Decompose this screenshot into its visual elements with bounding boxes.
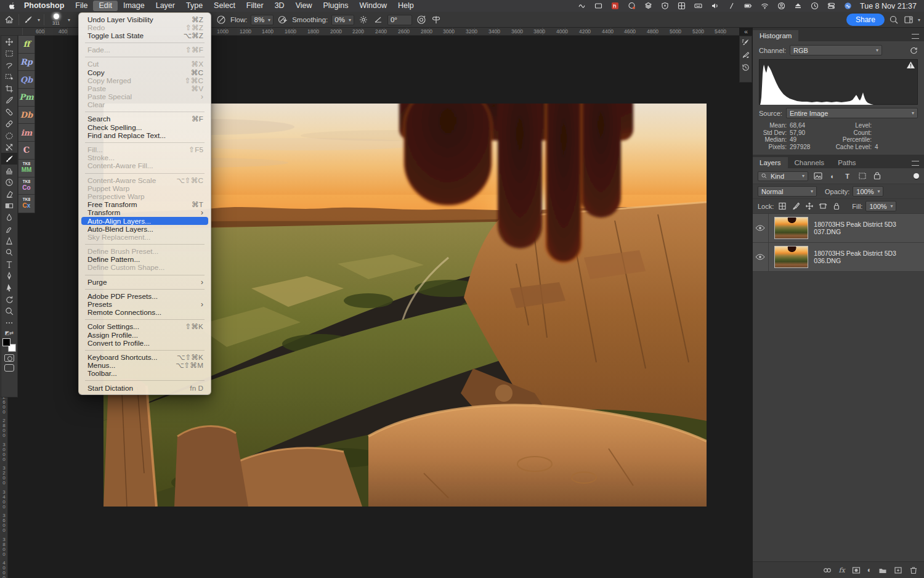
menu-item-transform[interactable]: Transform› <box>79 209 211 217</box>
new-group-icon[interactable] <box>878 566 887 574</box>
creative-cloud-sync-icon[interactable] <box>627 2 636 10</box>
menubar-item-edit[interactable]: Edit <box>93 1 118 11</box>
layer-visibility-eye-icon[interactable] <box>753 243 769 271</box>
lock-all-icon[interactable] <box>831 201 841 211</box>
dropbox-icon[interactable] <box>644 2 652 10</box>
edit-toolbar[interactable] <box>1 317 17 328</box>
automation-menu-icon[interactable] <box>577 2 586 10</box>
menu-item-assign-profile[interactable]: Assign Profile... <box>79 331 211 339</box>
eraser-tool[interactable] <box>1 188 17 200</box>
workspace-chevron-icon[interactable]: ▾ <box>918 17 920 23</box>
menubar-item-view[interactable]: View <box>290 1 318 11</box>
menu-item-undo-layer-visibility[interactable]: Undo Layer Visibility⌘Z <box>79 15 211 23</box>
smoothing-options-gear-icon[interactable] <box>358 14 369 25</box>
flow-field[interactable]: 8% ▾ <box>251 15 274 25</box>
layer-style-fx-icon[interactable]: fx <box>838 566 845 574</box>
photoshop-beta-menu-icon[interactable] <box>610 2 619 10</box>
clone-stamp-tool[interactable] <box>1 165 17 176</box>
shape-layer-filter-icon[interactable] <box>857 171 867 181</box>
action-tk8-co[interactable]: TK8Co <box>18 177 34 195</box>
move-tool[interactable] <box>1 36 17 47</box>
swap-colors-icon[interactable]: ◩⇄ <box>5 331 14 336</box>
menu-item-define-pattern[interactable]: Define Pattern... <box>79 256 211 264</box>
brush-settings-panel-icon[interactable] <box>742 38 750 47</box>
channel-select[interactable]: RGB ▾ <box>790 45 882 55</box>
menu-item-stroke[interactable]: Stroke... <box>79 154 211 162</box>
action-qb[interactable]: Qb <box>18 71 34 89</box>
screen-mode-icon[interactable] <box>4 364 14 372</box>
dodge-tool[interactable] <box>1 246 17 258</box>
smart-object-filter-icon[interactable] <box>872 171 882 181</box>
lock-artboard-icon[interactable] <box>817 201 828 211</box>
menubar-item-file[interactable]: File <box>70 1 93 11</box>
delete-layer-icon[interactable] <box>909 566 918 574</box>
menu-item-redo[interactable]: Redo⇧⌘Z <box>79 23 211 31</box>
layer-filter-toggle[interactable] <box>914 173 919 179</box>
menu-item-copy-merged[interactable]: Copy Merged⇧⌘C <box>79 76 211 84</box>
user-account-icon[interactable] <box>777 2 785 10</box>
lock-pixels-icon[interactable] <box>790 201 801 211</box>
layer-thumbnail[interactable] <box>774 217 809 239</box>
rectangular-marquee-tool[interactable] <box>1 47 17 59</box>
action-tk8-cx[interactable]: TK8Cx <box>18 195 34 213</box>
menu-item-remote-connections[interactable]: Remote Connections... <box>79 309 211 317</box>
menu-item-fade[interactable]: Fade...⇧⌘F <box>79 46 211 54</box>
layer-visibility-eye-icon[interactable] <box>753 214 769 242</box>
blur-tool[interactable] <box>1 211 17 223</box>
share-button[interactable]: Share <box>846 14 885 26</box>
search-icon[interactable] <box>888 14 899 25</box>
menu-item-start-dictation[interactable]: Start Dictationfn D <box>79 384 211 392</box>
path-selection-tool[interactable] <box>1 282 17 293</box>
tool-preset-chevron-icon[interactable]: ▾ <box>38 17 40 23</box>
brush-tool[interactable] <box>1 153 17 165</box>
menu-item-define-brush-preset[interactable]: Define Brush Preset... <box>79 248 211 256</box>
menu-item-content-aware-scale[interactable]: Content-Aware Scale⌥⇧⌘C <box>79 176 211 184</box>
menubar-item-help[interactable]: Help <box>392 1 419 11</box>
menubar-item-select[interactable]: Select <box>208 1 241 11</box>
menu-item-content-aware-fill[interactable]: Content-Aware Fill... <box>79 162 211 170</box>
menu-item-free-transform[interactable]: Free Transform⌘T <box>79 201 211 209</box>
histogram-panel-menu-icon[interactable] <box>912 34 919 39</box>
gradient-tool[interactable] <box>1 200 17 211</box>
action-im[interactable]: im <box>18 124 34 142</box>
menu-item-color-settings[interactable]: Color Settings...⇧⌘K <box>79 323 211 331</box>
current-tool-brush-icon[interactable] <box>23 14 34 25</box>
divider-icon[interactable] <box>727 2 736 10</box>
cached-data-warning-icon[interactable] <box>907 62 915 70</box>
home-icon[interactable] <box>4 14 15 25</box>
eyedropper-tool[interactable] <box>1 94 17 106</box>
pixel-layer-filter-icon[interactable] <box>813 171 823 181</box>
quick-mask-mode-icon[interactable] <box>4 354 14 362</box>
menu-item-toolbar[interactable]: Toolbar... <box>79 370 211 378</box>
menu-item-perspective-warp[interactable]: Perspective Warp <box>79 192 211 200</box>
spot-healing-brush-tool[interactable] <box>1 106 17 118</box>
brush-preset-picker[interactable]: 311 <box>48 12 64 27</box>
fill-field[interactable]: 100% ▾ <box>865 201 896 211</box>
menu-item-copy[interactable]: Copy⌘C <box>79 68 211 76</box>
foreground-background-swatch[interactable] <box>2 338 16 352</box>
menu-item-toggle-last-state[interactable]: Toggle Last State⌥⌘Z <box>79 31 211 39</box>
patch-tool[interactable] <box>1 129 17 141</box>
tab-histogram[interactable]: Histogram <box>753 30 798 41</box>
uncached-refresh-icon[interactable] <box>909 46 918 55</box>
smoothing-field[interactable]: 0% ▾ <box>331 15 354 25</box>
tab-paths[interactable]: Paths <box>831 157 862 168</box>
foreground-color-swatch[interactable] <box>2 338 10 346</box>
eject-icon[interactable] <box>793 2 802 10</box>
menu-item-auto-align-layers[interactable]: Auto-Align Layers... <box>81 217 208 225</box>
display-menu-icon[interactable] <box>594 2 602 10</box>
menu-item-check-spelling[interactable]: Check Spelling... <box>79 123 211 131</box>
menu-item-cut[interactable]: Cut⌘X <box>79 60 211 68</box>
lock-position-icon[interactable] <box>804 201 814 211</box>
opacity-field[interactable]: 100% ▾ <box>853 186 883 197</box>
window-manager-icon[interactable] <box>677 2 686 10</box>
menubar-item-window[interactable]: Window <box>354 1 392 11</box>
layer-row[interactable]: 180703HS Peak District 5D3 037.DNG <box>753 214 924 243</box>
blend-mode-select[interactable]: Normal ▾ <box>758 186 817 197</box>
menu-item-find-and-replace-text[interactable]: Find and Replace Text... <box>79 131 211 139</box>
layer-thumbnail[interactable] <box>774 246 809 268</box>
history-panel-icon[interactable] <box>742 63 750 71</box>
menubar-item-plugins[interactable]: Plugins <box>318 1 354 11</box>
menu-item-adobe-pdf-presets[interactable]: Adobe PDF Presets... <box>79 292 211 300</box>
paint-symmetry-icon[interactable] <box>431 14 442 25</box>
